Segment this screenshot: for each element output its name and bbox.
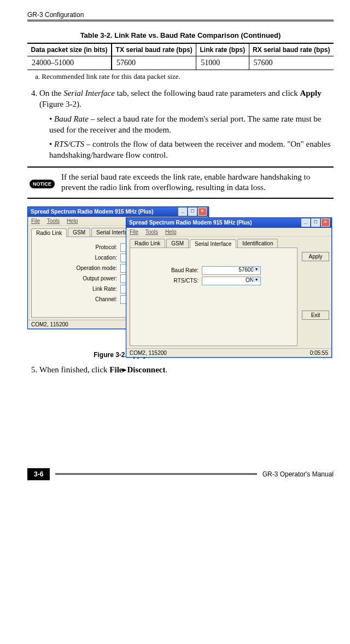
- cell-tx-baud: 57600: [112, 56, 196, 70]
- step5-disconnect: Disconnect: [127, 365, 165, 374]
- maximize-button[interactable]: □: [188, 208, 197, 216]
- step4-text3: (Figure 3-2).: [39, 100, 81, 108]
- step-5: When finished, click File▸Disconnect.: [39, 364, 334, 375]
- bullet-rts-cts: RTS/CTS – controls the flow of data betw…: [49, 139, 334, 161]
- tab-serial-interface-2[interactable]: Serial Interface: [190, 239, 236, 248]
- step4-emph-serial-interface: Serial Interface: [63, 89, 115, 97]
- page-footer: 3-6 GR-3 Operator's Manual: [27, 468, 334, 480]
- th-link-rate: Link rate (bps): [196, 43, 249, 56]
- panel-serial-interface: Baud Rate:57600 RTS/CTS:ON: [130, 248, 298, 346]
- th-packet-size: Data packet size (in bits): [27, 43, 112, 56]
- th-tx-baud: TX serial baud rate (bps): [112, 43, 196, 56]
- notice-badge: NOTICE: [30, 180, 55, 188]
- titlebar-1: Spread Spectrum Radio Modem 915 MHz (Plu…: [28, 207, 208, 217]
- close-button[interactable]: ×: [198, 208, 207, 216]
- rate-table: Data packet size (in bits) TX serial bau…: [27, 43, 334, 70]
- screenshot-composite: Spread Spectrum Radio Modem 915 MHz (Plu…: [27, 206, 334, 349]
- label-location: Location:: [95, 255, 117, 261]
- table-caption: Table 3-2. Link Rate vs. Baud Rate Compa…: [27, 31, 334, 39]
- step-4: On the Serial Interface tab, select the …: [39, 88, 334, 161]
- cell-packet-size: 24000–51000: [27, 56, 112, 70]
- label-rts-cts: RTS/CTS:: [174, 278, 199, 284]
- cell-link-rate: 51000: [196, 56, 249, 70]
- manual-title: GR-3 Operator's Manual: [262, 470, 334, 478]
- header-rule: [27, 20, 334, 21]
- apply-button[interactable]: Apply: [302, 252, 329, 261]
- footer-rule: [55, 473, 256, 475]
- label-opmode: Operation mode:: [77, 265, 118, 271]
- cell-rx-baud: 57600: [249, 56, 334, 70]
- running-header: GR-3 Configuration: [27, 11, 334, 20]
- bullet2-desc: – controls the flow of data between the …: [49, 140, 330, 159]
- window-title-2: Spread Spectrum Radio Modem 915 MHz (Plu…: [129, 220, 252, 226]
- window-serial-interface: Spread Spectrum Radio Modem 915 MHz (Plu…: [126, 217, 332, 358]
- tab-radio-link-2[interactable]: Radio Link: [130, 239, 165, 248]
- step4-text: On the: [39, 89, 63, 97]
- bullet-baud-rate: Baud Rate – select a baud rate for the m…: [49, 113, 334, 136]
- step5-text: When finished, click: [39, 365, 109, 374]
- menu-tools-1[interactable]: Tools: [47, 218, 60, 224]
- page-number: 3-6: [27, 468, 50, 480]
- titlebar-2: Spread Spectrum Radio Modem 915 MHz (Plu…: [126, 218, 331, 228]
- bullet1-desc: – select a baud rate for the modem's ser…: [49, 114, 322, 134]
- tab-identification-2[interactable]: Identification: [237, 239, 278, 248]
- notice-text: If the serial baud rate exceeds the link…: [61, 172, 331, 193]
- label-protocol: Protocol:: [96, 244, 117, 250]
- minimize-button[interactable]: _: [178, 208, 187, 216]
- table-header-row: Data packet size (in bits) TX serial bau…: [27, 43, 334, 56]
- label-channel: Channel:: [95, 296, 117, 302]
- bullet2-term: RTS/CTS: [54, 140, 84, 148]
- step4-text2: tab, select the following baud rate para…: [115, 89, 300, 97]
- tab-radio-link-1[interactable]: Radio Link: [31, 228, 67, 237]
- status-com-1: COM2, 115200: [31, 321, 68, 327]
- menu-help-1[interactable]: Help: [67, 218, 78, 224]
- window-title-1: Spread Spectrum Radio Modem 915 MHz (Plu…: [31, 209, 154, 215]
- label-power: Output power:: [83, 275, 117, 281]
- step5-period: .: [165, 365, 167, 374]
- menu-help-2[interactable]: Help: [165, 229, 177, 235]
- menubar-2: File Tools Help: [126, 228, 331, 237]
- table-footnote: a. Recommended link rate for this data p…: [35, 72, 334, 81]
- step5-file: File: [109, 365, 122, 374]
- menu-file-1[interactable]: File: [31, 218, 40, 224]
- table-row: 24000–51000 57600 51000 57600: [27, 56, 334, 70]
- label-baud-rate: Baud Rate:: [171, 267, 199, 273]
- label-linkrate: Link Rate:: [92, 286, 117, 292]
- close-button-2[interactable]: ×: [321, 219, 330, 227]
- notice-block: NOTICE If the serial baud rate exceeds t…: [27, 166, 334, 199]
- statusbar-2: COM2, 115200 0:05:55: [126, 348, 331, 357]
- select-rts-cts[interactable]: ON: [202, 277, 261, 285]
- minimize-button-2[interactable]: _: [301, 219, 310, 227]
- tabs-2: Radio Link GSM Serial Interface Identifi…: [126, 237, 331, 248]
- status-time: 0:05:55: [310, 350, 328, 356]
- bullet1-term: Baud Rate: [54, 114, 89, 123]
- exit-button[interactable]: Exit: [302, 311, 329, 320]
- maximize-button-2[interactable]: □: [311, 219, 320, 227]
- tab-gsm-1[interactable]: GSM: [68, 228, 90, 237]
- step4-bold-apply: Apply: [300, 89, 322, 97]
- tab-gsm-2[interactable]: GSM: [166, 239, 189, 248]
- menu-file-2[interactable]: File: [130, 229, 138, 235]
- th-rx-baud: RX serial baud rate (bps): [249, 43, 334, 56]
- menu-tools-2[interactable]: Tools: [145, 229, 158, 235]
- select-baud-rate[interactable]: 57600: [202, 266, 261, 275]
- status-com-2: COM2, 115200: [130, 350, 167, 356]
